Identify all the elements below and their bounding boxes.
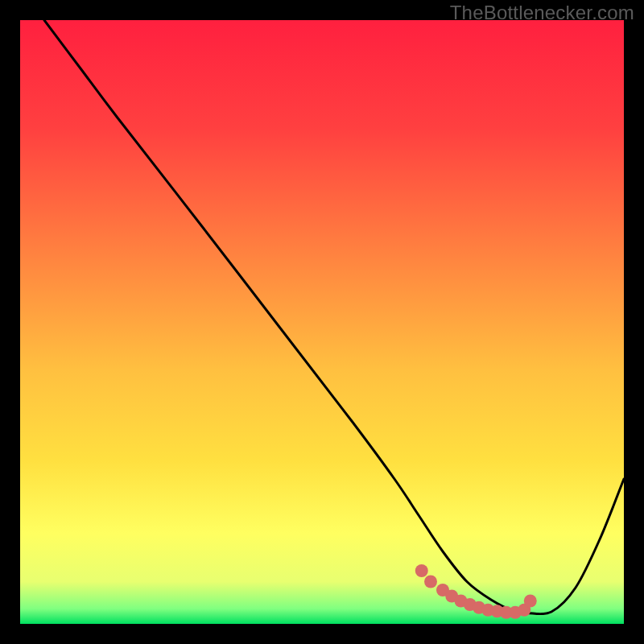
valley-dot xyxy=(424,576,437,588)
valley-dot xyxy=(415,564,428,577)
watermark-text: TheBottlenecker.com xyxy=(450,2,634,24)
chart-container: TheBottlenecker.com xyxy=(0,0,644,644)
chart-svg xyxy=(20,20,624,624)
plot-area xyxy=(20,20,624,624)
valley-dot xyxy=(524,595,537,608)
